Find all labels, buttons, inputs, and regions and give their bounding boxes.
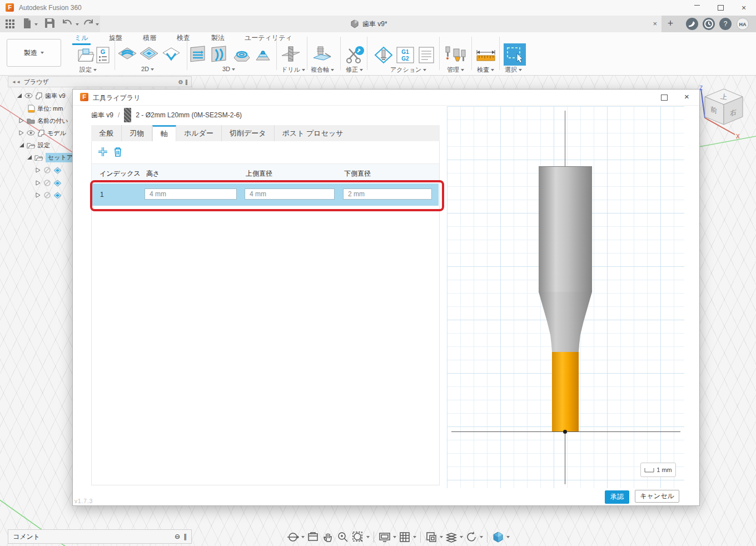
drill-icon[interactable] — [281, 46, 301, 67]
group-label-multiaxis[interactable]: 複合軸 — [311, 66, 334, 74]
tab-cutter[interactable]: 刃物 — [122, 125, 152, 141]
group-label-manage[interactable]: 管理 — [447, 66, 464, 74]
notifications-clock-icon[interactable] — [703, 18, 715, 30]
group-label-actions[interactable]: アクション — [390, 66, 426, 74]
breadcrumb-tool[interactable]: 2 - Ø2mm L20mm (0M-SE2SM-2-6) — [136, 111, 242, 119]
select-icon[interactable] — [504, 43, 526, 68]
visual-style-icon[interactable] — [491, 530, 505, 544]
browser-item-root[interactable]: 歯車 v9 — [17, 90, 66, 101]
dialog-maximize-button[interactable] — [661, 95, 668, 101]
view-cube[interactable]: Z X 上 前 右 — [696, 83, 754, 143]
refresh-icon[interactable] — [465, 530, 478, 544]
window-maximize-button[interactable] — [709, 0, 732, 16]
group-label-inspect[interactable]: 検査 — [477, 66, 494, 74]
zoom-icon[interactable] — [336, 530, 350, 544]
ribbon-tab-turn[interactable]: 旋盤 — [109, 33, 122, 43]
browser-item-setup[interactable]: セットア — [27, 152, 75, 163]
document-tab-close-icon[interactable]: × — [653, 19, 657, 28]
ribbon-tab-additive[interactable]: 積層 — [143, 33, 156, 43]
measure-icon[interactable] — [475, 46, 496, 67]
group-label-3d[interactable]: 3D — [222, 66, 235, 72]
2d-contour-icon[interactable] — [162, 46, 181, 67]
browser-item-units[interactable]: 単位: mm — [28, 103, 63, 114]
workspace-selector[interactable]: 製造 — [7, 39, 61, 67]
tool-library-icon[interactable] — [444, 46, 467, 67]
group-label-drill[interactable]: ドリル — [281, 66, 305, 74]
pan-icon[interactable] — [321, 530, 335, 544]
breadcrumb-document[interactable]: 歯車 v9 — [91, 111, 113, 120]
orbit-caret[interactable] — [301, 536, 305, 538]
user-avatar[interactable]: HA — [737, 18, 749, 30]
browser-collapse-icon[interactable]: ◄◄ — [12, 80, 21, 85]
expanded-arrow-icon[interactable] — [19, 142, 24, 148]
modify-icon[interactable] — [345, 46, 366, 67]
data-panel-icon[interactable] — [4, 18, 18, 30]
visual-style-caret[interactable] — [506, 536, 510, 538]
tool-preview-pane[interactable]: 1 mm — [447, 106, 684, 488]
new-document-tab-button[interactable]: + — [662, 16, 679, 32]
group-label-modify[interactable]: 修正 — [346, 66, 363, 74]
browser-item-operation[interactable] — [36, 190, 62, 201]
3d-adaptive-icon[interactable] — [189, 46, 208, 67]
collapsed-arrow-icon[interactable] — [36, 167, 41, 173]
viewports-caret[interactable] — [440, 536, 443, 538]
display-settings-icon[interactable] — [378, 530, 391, 544]
ribbon-tab-utilities[interactable]: ユーティリティ — [245, 33, 292, 43]
3d-scallop-icon[interactable] — [232, 46, 252, 67]
tab-general[interactable]: 全般 — [91, 125, 122, 141]
collapsed-arrow-icon[interactable] — [36, 192, 41, 198]
viewports-icon[interactable] — [425, 530, 438, 544]
file-menu-icon[interactable] — [22, 18, 36, 30]
3d-pocket-icon[interactable] — [210, 46, 229, 67]
height-input[interactable] — [145, 188, 237, 200]
zoom-window-caret[interactable] — [366, 536, 370, 538]
visibility-off-icon[interactable] — [43, 192, 51, 198]
tab-shaft[interactable]: 軸 — [152, 125, 176, 141]
browser-item-operation[interactable] — [36, 177, 62, 188]
browser-item-settings[interactable]: 設定 — [19, 140, 50, 151]
segment-row-selected[interactable]: 1 — [92, 183, 439, 206]
browser-item-model[interactable]: モデル — [19, 127, 66, 138]
document-tab[interactable]: 歯車 v9* — [350, 16, 387, 32]
window-close-button[interactable]: × — [733, 0, 755, 16]
3d-spiral-icon[interactable] — [253, 46, 273, 67]
redo-icon[interactable] — [82, 18, 96, 30]
browser-item-named-views[interactable]: 名前の付い — [19, 115, 68, 126]
file-menu-caret[interactable] — [34, 23, 38, 26]
collapsed-arrow-icon[interactable] — [19, 118, 24, 123]
grid-display-caret[interactable] — [413, 536, 416, 538]
comment-target-icon[interactable]: ⊖ — [175, 533, 180, 540]
job-status-icon[interactable] — [686, 18, 698, 30]
layout-caret[interactable] — [460, 536, 463, 538]
visibility-eye-icon[interactable] — [27, 130, 35, 136]
tab-cutting-data[interactable]: 切削データ — [222, 125, 275, 141]
expanded-arrow-icon[interactable] — [27, 155, 32, 160]
grid-display-icon[interactable] — [398, 530, 411, 544]
browser-target-icon[interactable]: ⊖ — [178, 79, 183, 85]
delete-segment-icon[interactable] — [113, 146, 123, 160]
visibility-off-icon[interactable] — [43, 180, 51, 186]
setup-sheet-icon[interactable] — [419, 47, 434, 66]
comment-bar[interactable]: コメント ⊖ ∥ — [8, 529, 192, 544]
post-process-icon[interactable]: G1G2 — [396, 47, 414, 66]
tab-holder[interactable]: ホルダー — [176, 125, 222, 141]
setup-icon[interactable] — [76, 46, 95, 66]
expanded-arrow-icon[interactable] — [17, 93, 22, 98]
browser-item-operation[interactable] — [36, 165, 62, 176]
dialog-titlebar[interactable]: F 工具ライブラリ × — [73, 90, 699, 106]
visibility-eye-icon[interactable] — [24, 93, 33, 98]
help-icon[interactable]: ? — [719, 18, 732, 30]
window-minimize-button[interactable] — [686, 0, 708, 16]
browser-grip[interactable]: ∥ — [185, 79, 188, 85]
2d-pocket-icon[interactable] — [139, 46, 159, 67]
orbit-icon[interactable] — [286, 530, 300, 544]
tab-post-processor[interactable]: ポスト プロセッサ — [275, 125, 351, 141]
collapsed-arrow-icon[interactable] — [36, 180, 41, 186]
comment-grip[interactable]: ∥ — [183, 533, 187, 540]
lower-diameter-input[interactable] — [343, 188, 432, 200]
browser-header[interactable]: ◄◄ ブラウザ ⊖∥ — [8, 76, 192, 87]
group-label-2d[interactable]: 2D — [141, 66, 154, 72]
zoom-window-icon[interactable] — [351, 530, 365, 544]
dialog-close-button[interactable]: × — [684, 92, 689, 101]
collapsed-arrow-icon[interactable] — [19, 130, 24, 136]
